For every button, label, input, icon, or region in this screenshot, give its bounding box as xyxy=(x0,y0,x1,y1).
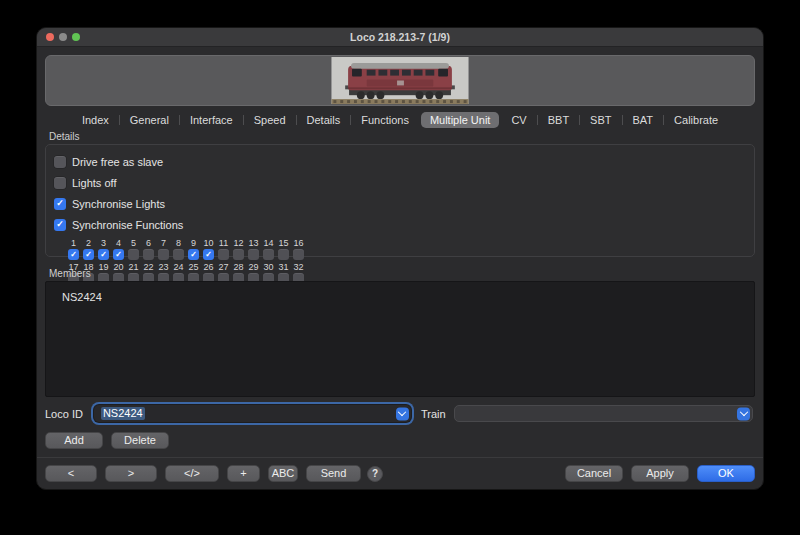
compare-button[interactable]: </> xyxy=(165,465,219,482)
chevron-down-icon xyxy=(739,408,747,416)
tab-cv[interactable]: CV xyxy=(502,112,535,128)
function-cell: 5 xyxy=(128,238,139,260)
ok-button[interactable]: OK xyxy=(697,465,755,482)
tab-multiple-unit[interactable]: Multiple Unit xyxy=(421,112,500,128)
tab-separator xyxy=(537,115,538,125)
loco-image-panel xyxy=(45,55,755,106)
function-checkbox-5[interactable] xyxy=(128,249,139,260)
checkbox-synchronise-functions[interactable] xyxy=(54,219,66,231)
loco-dialog-window: Loco 218.213-7 (1/9) xyxy=(36,27,764,490)
footer-confirm-buttons: Cancel Apply OK xyxy=(565,465,755,482)
details-group-label: Details xyxy=(49,131,763,142)
function-cell: 4 xyxy=(113,238,124,260)
checkbox-label: Synchronise Functions xyxy=(72,219,183,231)
footer-nav-buttons: <></>+ABCSend xyxy=(45,465,361,482)
checkbox-row: Synchronise Lights xyxy=(54,193,746,214)
next-loco-button[interactable]: > xyxy=(105,465,157,482)
function-number: 9 xyxy=(191,238,196,248)
chevron-down-icon xyxy=(398,408,406,416)
apply-button[interactable]: Apply xyxy=(631,465,689,482)
members-list[interactable]: NS2424 xyxy=(45,281,755,397)
tab-separator xyxy=(663,115,664,125)
tab-separator xyxy=(179,115,180,125)
zoom-button[interactable] xyxy=(72,33,80,41)
tab-separator xyxy=(119,115,120,125)
tab-bbt[interactable]: BBT xyxy=(539,112,578,128)
function-checkbox-16[interactable] xyxy=(293,249,304,260)
titlebar[interactable]: Loco 218.213-7 (1/9) xyxy=(37,28,763,47)
tab-index[interactable]: Index xyxy=(73,112,118,128)
function-cell: 1 xyxy=(68,238,79,260)
checkbox-synchronise-lights[interactable] xyxy=(54,198,66,210)
cancel-button[interactable]: Cancel xyxy=(565,465,623,482)
function-checkbox-13[interactable] xyxy=(248,249,259,260)
function-checkbox-6[interactable] xyxy=(143,249,154,260)
tab-bat[interactable]: BAT xyxy=(624,112,663,128)
train-dropdown-button[interactable] xyxy=(737,407,750,420)
abc-button[interactable]: ABC xyxy=(268,465,298,482)
tab-sbt[interactable]: SBT xyxy=(581,112,620,128)
function-checkbox-10[interactable] xyxy=(203,249,214,260)
minimize-button[interactable] xyxy=(59,33,67,41)
function-number: 11 xyxy=(219,238,228,248)
function-checkbox-7[interactable] xyxy=(158,249,169,260)
checkbox-drive-free-as-slave[interactable] xyxy=(54,156,66,168)
function-checkbox-9[interactable] xyxy=(188,249,199,260)
checkbox-lights-off[interactable] xyxy=(54,177,66,189)
function-cell: 7 xyxy=(158,238,169,260)
checkbox-label: Lights off xyxy=(72,177,116,189)
tab-functions[interactable]: Functions xyxy=(352,112,418,128)
function-number: 7 xyxy=(161,238,166,248)
function-checkbox-1[interactable] xyxy=(68,249,79,260)
tab-calibrate[interactable]: Calibrate xyxy=(665,112,727,128)
function-checkbox-15[interactable] xyxy=(278,249,289,260)
footer-toolbar: <></>+ABCSend ? Cancel Apply OK xyxy=(37,457,763,489)
train-combobox[interactable] xyxy=(454,405,753,422)
function-checkbox-14[interactable] xyxy=(263,249,274,260)
tab-interface[interactable]: Interface xyxy=(181,112,242,128)
checkbox-row: Lights off xyxy=(54,172,746,193)
help-button[interactable]: ? xyxy=(367,466,383,482)
tab-separator xyxy=(579,115,580,125)
checkbox-row: Synchronise Functions xyxy=(54,214,746,235)
function-cell: 15 xyxy=(278,238,289,260)
function-checkbox-3[interactable] xyxy=(98,249,109,260)
function-cell: 12 xyxy=(233,238,244,260)
tab-bar: IndexGeneralInterfaceSpeedDetailsFunctio… xyxy=(37,111,763,129)
function-number: 3 xyxy=(101,238,106,248)
function-cell: 2 xyxy=(83,238,94,260)
loco-image xyxy=(330,57,470,104)
loco-id-value: NS2424 xyxy=(101,407,145,420)
function-checkbox-11[interactable] xyxy=(218,249,229,260)
tab-separator xyxy=(622,115,623,125)
member-actions: Add Delete xyxy=(45,432,755,449)
details-group: Drive free as slaveLights offSynchronise… xyxy=(45,144,755,257)
function-cell: 8 xyxy=(173,238,184,260)
function-cell: 11 xyxy=(218,238,229,260)
member-list-item[interactable]: NS2424 xyxy=(46,289,754,305)
add-button[interactable]: Add xyxy=(45,432,103,449)
function-cell: 13 xyxy=(248,238,259,260)
tab-speed[interactable]: Speed xyxy=(245,112,295,128)
function-number: 16 xyxy=(293,238,303,248)
function-number: 5 xyxy=(131,238,136,248)
function-checkbox-4[interactable] xyxy=(113,249,124,260)
prev-loco-button[interactable]: < xyxy=(45,465,97,482)
function-checkbox-12[interactable] xyxy=(233,249,244,260)
function-cell: 10 xyxy=(203,238,214,260)
send-button[interactable]: Send xyxy=(306,465,361,482)
tab-details[interactable]: Details xyxy=(298,112,350,128)
delete-button[interactable]: Delete xyxy=(111,432,169,449)
function-cell: 16 xyxy=(293,238,304,260)
tab-general[interactable]: General xyxy=(121,112,178,128)
function-checkbox-8[interactable] xyxy=(173,249,184,260)
function-number: 1 xyxy=(71,238,76,248)
add-loco-button[interactable]: + xyxy=(227,465,260,482)
loco-id-dropdown-button[interactable] xyxy=(396,407,409,420)
loco-id-label: Loco ID xyxy=(45,408,83,420)
function-checkbox-2[interactable] xyxy=(83,249,94,260)
close-button[interactable] xyxy=(46,33,54,41)
function-cell: 9 xyxy=(188,238,199,260)
traffic-lights xyxy=(46,33,80,41)
loco-id-combobox[interactable]: NS2424 xyxy=(94,405,411,422)
